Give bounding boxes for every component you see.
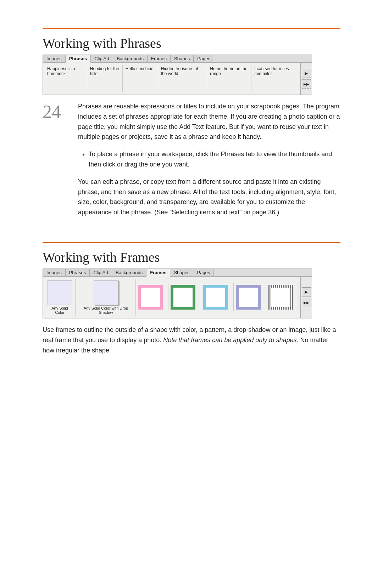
tab-shapes[interactable]: Shapes	[171, 55, 194, 62]
phrases-tab-nav: ▶ ▶▶	[300, 63, 312, 95]
frames-section-title: Working with Frames	[43, 249, 340, 265]
frames-nav-arrow-double[interactable]: ▶▶	[302, 298, 311, 307]
phrases-tab-bar: Images Phrases Clip Art Backgrounds Fram…	[43, 55, 312, 63]
frames-paragraph1: Use frames to outline the outside of a s…	[43, 325, 340, 355]
phrases-section-title: Working with Phrases	[43, 35, 340, 51]
frame-item-pink[interactable]	[137, 283, 168, 311]
frame-item-solid[interactable]: Any Solid Color	[44, 279, 76, 316]
phrases-tab-content: Happiness is a hammock Heading for the h…	[43, 63, 312, 95]
frames-tab-content: Any Solid Color Any Solid Color with Dro…	[43, 277, 312, 318]
frames-tab-frames[interactable]: Frames	[146, 269, 170, 277]
frames-tab-clip-art[interactable]: Clip Art	[90, 269, 112, 276]
frame-item-shadow[interactable]: Any Solid Color with Drop Shadow	[76, 279, 136, 316]
tab-frames[interactable]: Frames	[148, 55, 171, 62]
phrase-item-2[interactable]: Heading for the hills	[87, 65, 123, 92]
tab-images[interactable]: Images	[43, 55, 66, 62]
frames-tab-shapes[interactable]: Shapes	[170, 269, 193, 276]
tab-backgrounds[interactable]: Backgrounds	[113, 55, 148, 62]
tab-phrases[interactable]: Phrases	[66, 55, 91, 63]
phrases-bullet1: To place a phrase in your workspace, cli…	[89, 149, 340, 170]
frames-tab-phrases[interactable]: Phrases	[66, 269, 90, 276]
page-number: 24	[43, 101, 64, 122]
frames-tab-bar: Images Phrases Clip Art Backgrounds Fram…	[43, 269, 312, 277]
phrase-item-5[interactable]: Home, home on the range	[207, 65, 251, 92]
phrases-paragraph2: You can edit a phrase, or copy text from…	[78, 177, 340, 217]
frames-italic-text: Note that frames can be applied only to …	[163, 337, 298, 344]
phrase-item-6[interactable]: I can see for miles and miles	[251, 65, 299, 92]
frame-item-green[interactable]	[169, 283, 201, 311]
frames-tab-nav: ▶ ▶▶	[300, 277, 312, 318]
phrase-item-3[interactable]: Hello sunshine	[123, 65, 158, 92]
frames-tab-backgrounds[interactable]: Backgrounds	[112, 269, 146, 276]
frame-item-lilac[interactable]	[234, 283, 266, 311]
frame-item-striped[interactable]	[267, 283, 299, 311]
nav-arrow-single[interactable]: ▶	[302, 69, 311, 78]
frames-tab-pages[interactable]: Pages	[193, 269, 214, 276]
phrases-items: Happiness is a hammock Heading for the h…	[43, 63, 300, 95]
nav-arrow-double[interactable]: ▶▶	[302, 79, 311, 89]
frames-tab-images[interactable]: Images	[43, 269, 66, 276]
tab-pages[interactable]: Pages	[194, 55, 214, 62]
tab-clip-art[interactable]: Clip Art	[91, 55, 113, 62]
frames-nav-arrow-single[interactable]: ▶	[302, 287, 311, 296]
phrases-paragraph1: Phrases are reusable expressions or titl…	[78, 101, 340, 142]
phrase-item-1[interactable]: Happiness is a hammock	[44, 65, 87, 92]
frames-items: Any Solid Color Any Solid Color with Dro…	[43, 277, 300, 318]
frame-item-blue[interactable]	[202, 283, 234, 311]
phrase-item-4[interactable]: Hidden treasures of the world	[158, 65, 207, 92]
frames-tab-panel: Images Phrases Clip Art Backgrounds Fram…	[43, 268, 312, 318]
phrases-tab-panel: Images Phrases Clip Art Backgrounds Fram…	[43, 55, 312, 95]
